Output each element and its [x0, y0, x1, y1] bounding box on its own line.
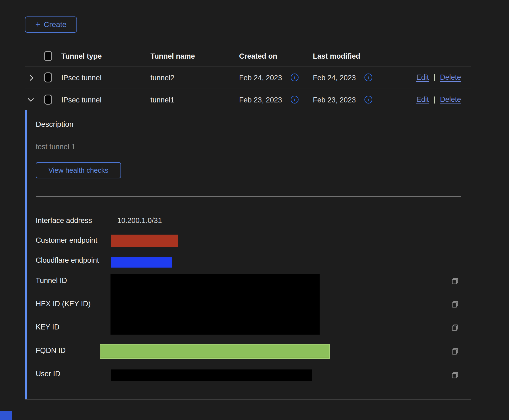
info-icon[interactable]: i	[291, 96, 299, 104]
delete-link[interactable]: Delete	[440, 73, 461, 82]
created-on-cell: Feb 24, 2023	[239, 74, 282, 82]
created-on-cell: Feb 23, 2023	[239, 96, 282, 104]
description-value: test tunnel 1	[36, 143, 75, 151]
copy-icon[interactable]	[450, 300, 460, 309]
customer-endpoint-redaction	[111, 235, 178, 247]
column-header-tunnel-name: Tunnel name	[150, 52, 195, 61]
expanded-row-accent-bar	[25, 110, 27, 399]
key-id-label: KEY ID	[36, 323, 59, 331]
tunnel-name-cell: tunnel2	[150, 74, 175, 82]
tunnel-type-cell: IPsec tunnel	[61, 96, 102, 104]
view-health-checks-button[interactable]: View health checks	[36, 162, 121, 178]
table-row: IPsec tunnel tunnel2 Feb 24, 2023 i Feb …	[0, 66, 509, 88]
info-icon[interactable]: i	[364, 74, 372, 81]
plus-icon: +	[35, 20, 41, 29]
description-label: Description	[36, 120, 73, 129]
action-separator: |	[434, 73, 436, 82]
user-id-label: User ID	[36, 370, 61, 378]
copy-icon[interactable]	[450, 276, 460, 286]
create-button-label: Create	[44, 20, 66, 29]
column-header-tunnel-type: Tunnel type	[61, 52, 102, 61]
info-icon[interactable]: i	[364, 96, 372, 104]
cloudflare-endpoint-redaction	[111, 257, 172, 268]
row-checkbox[interactable]	[44, 95, 52, 105]
chevron-down-icon[interactable]	[26, 95, 35, 104]
copy-icon[interactable]	[450, 371, 460, 380]
fqdn-id-label: FQDN ID	[36, 346, 66, 355]
tunnel-name-cell: tunnel1	[150, 96, 175, 104]
last-modified-cell: Feb 23, 2023	[313, 96, 356, 104]
row-checkbox[interactable]	[44, 72, 52, 82]
edit-link[interactable]: Edit	[416, 73, 429, 82]
ids-redaction	[110, 274, 320, 335]
copy-icon[interactable]	[450, 347, 460, 356]
panel-bottom-divider	[25, 399, 471, 400]
column-header-created-on: Created on	[239, 52, 277, 61]
interface-address-value: 10.200.1.0/31	[117, 216, 162, 225]
user-id-redaction	[111, 369, 312, 381]
hex-id-label: HEX ID (KEY ID)	[36, 300, 91, 308]
select-all-checkbox[interactable]	[44, 51, 52, 61]
tunnel-id-label: Tunnel ID	[36, 276, 67, 285]
last-modified-cell: Feb 24, 2023	[313, 74, 356, 82]
interface-address-label: Interface address	[36, 216, 92, 225]
cloudflare-endpoint-label: Cloudflare endpoint	[36, 256, 99, 265]
column-header-last-modified: Last modified	[313, 52, 360, 61]
view-health-checks-label: View health checks	[48, 166, 108, 175]
fqdn-id-redaction	[100, 344, 330, 359]
partial-blue-element	[0, 411, 12, 420]
copy-icon[interactable]	[450, 323, 460, 333]
create-button[interactable]: + Create	[25, 16, 77, 33]
detail-divider	[36, 196, 461, 196]
edit-link[interactable]: Edit	[416, 95, 429, 104]
info-icon[interactable]: i	[291, 74, 299, 81]
delete-link[interactable]: Delete	[440, 95, 461, 104]
chevron-right-icon[interactable]	[27, 74, 36, 82]
action-separator: |	[434, 95, 436, 104]
table-row: IPsec tunnel tunnel1 Feb 23, 2023 i Feb …	[0, 88, 509, 110]
customer-endpoint-label: Customer endpoint	[36, 236, 97, 245]
tunnel-type-cell: IPsec tunnel	[61, 74, 102, 82]
